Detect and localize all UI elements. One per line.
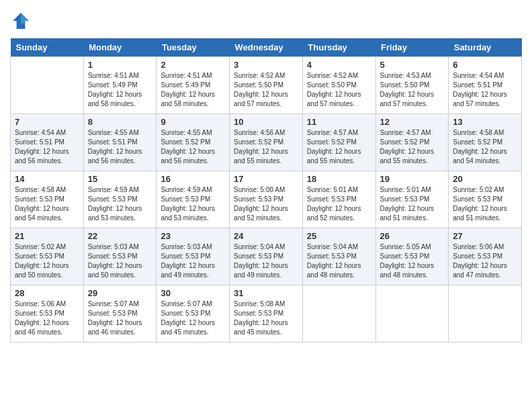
- day-number: 13: [453, 117, 517, 127]
- day-info: Sunrise: 5:00 AM Sunset: 5:53 PM Dayligh…: [234, 185, 298, 223]
- calendar-cell: 20Sunrise: 5:02 AM Sunset: 5:53 PM Dayli…: [449, 171, 522, 228]
- weekday-header: Thursday: [302, 38, 375, 57]
- day-number: 16: [161, 174, 225, 184]
- calendar-cell: 22Sunrise: 5:03 AM Sunset: 5:53 PM Dayli…: [83, 228, 157, 285]
- day-number: 27: [453, 231, 517, 241]
- day-info: Sunrise: 5:07 AM Sunset: 5:53 PM Dayligh…: [88, 300, 152, 337]
- day-info: Sunrise: 4:54 AM Sunset: 5:51 PM Dayligh…: [15, 128, 79, 166]
- day-info: Sunrise: 5:07 AM Sunset: 5:53 PM Dayligh…: [161, 300, 225, 337]
- weekday-header: Wednesday: [230, 38, 303, 57]
- calendar-cell: 28Sunrise: 5:06 AM Sunset: 5:53 PM Dayli…: [11, 285, 84, 342]
- day-info: Sunrise: 5:05 AM Sunset: 5:53 PM Dayligh…: [380, 242, 445, 280]
- day-info: Sunrise: 5:01 AM Sunset: 5:53 PM Dayligh…: [380, 185, 445, 223]
- day-info: Sunrise: 5:02 AM Sunset: 5:53 PM Dayligh…: [15, 242, 79, 280]
- day-number: 24: [234, 231, 298, 241]
- day-number: 22: [88, 231, 152, 241]
- calendar-cell: 13Sunrise: 4:58 AM Sunset: 5:52 PM Dayli…: [449, 114, 522, 171]
- calendar-cell: 24Sunrise: 5:04 AM Sunset: 5:53 PM Dayli…: [230, 228, 303, 285]
- page-header: [10, 10, 522, 32]
- calendar-cell: 29Sunrise: 5:07 AM Sunset: 5:53 PM Dayli…: [83, 285, 157, 342]
- day-number: 15: [88, 174, 152, 184]
- day-number: 11: [307, 117, 371, 127]
- day-info: Sunrise: 5:08 AM Sunset: 5:53 PM Dayligh…: [234, 300, 298, 337]
- calendar-cell: 30Sunrise: 5:07 AM Sunset: 5:53 PM Dayli…: [157, 285, 230, 342]
- calendar-week-row: 14Sunrise: 4:58 AM Sunset: 5:53 PM Dayli…: [11, 171, 522, 228]
- day-info: Sunrise: 5:06 AM Sunset: 5:53 PM Dayligh…: [15, 300, 79, 337]
- day-number: 19: [380, 174, 445, 184]
- day-info: Sunrise: 4:56 AM Sunset: 5:52 PM Dayligh…: [234, 128, 298, 166]
- logo-icon: [10, 10, 32, 32]
- calendar-week-row: 21Sunrise: 5:02 AM Sunset: 5:53 PM Dayli…: [11, 228, 522, 285]
- day-number: 10: [234, 117, 298, 127]
- calendar-cell: 11Sunrise: 4:57 AM Sunset: 5:52 PM Dayli…: [302, 114, 375, 171]
- day-info: Sunrise: 4:58 AM Sunset: 5:53 PM Dayligh…: [15, 185, 79, 223]
- calendar-cell: 21Sunrise: 5:02 AM Sunset: 5:53 PM Dayli…: [11, 228, 84, 285]
- day-info: Sunrise: 4:53 AM Sunset: 5:50 PM Dayligh…: [380, 71, 445, 109]
- day-number: 20: [453, 174, 517, 184]
- calendar-cell: 14Sunrise: 4:58 AM Sunset: 5:53 PM Dayli…: [11, 171, 84, 228]
- calendar-cell: 10Sunrise: 4:56 AM Sunset: 5:52 PM Dayli…: [230, 114, 303, 171]
- day-number: 30: [161, 288, 225, 298]
- day-number: 21: [15, 231, 79, 241]
- calendar-body: 1Sunrise: 4:51 AM Sunset: 5:49 PM Daylig…: [11, 57, 522, 342]
- day-number: 5: [380, 60, 445, 70]
- calendar-cell: [11, 57, 84, 114]
- calendar-week-row: 7Sunrise: 4:54 AM Sunset: 5:51 PM Daylig…: [11, 114, 522, 171]
- day-info: Sunrise: 4:57 AM Sunset: 5:52 PM Dayligh…: [307, 128, 371, 166]
- calendar-cell: 9Sunrise: 4:55 AM Sunset: 5:52 PM Daylig…: [157, 114, 230, 171]
- calendar-cell: 27Sunrise: 5:06 AM Sunset: 5:53 PM Dayli…: [449, 228, 522, 285]
- day-info: Sunrise: 4:51 AM Sunset: 5:49 PM Dayligh…: [161, 71, 225, 109]
- calendar-cell: 1Sunrise: 4:51 AM Sunset: 5:49 PM Daylig…: [83, 57, 157, 114]
- day-number: 12: [380, 117, 445, 127]
- calendar-cell: 17Sunrise: 5:00 AM Sunset: 5:53 PM Dayli…: [230, 171, 303, 228]
- calendar-cell: 23Sunrise: 5:03 AM Sunset: 5:53 PM Dayli…: [157, 228, 230, 285]
- day-number: 14: [15, 174, 79, 184]
- calendar-week-row: 28Sunrise: 5:06 AM Sunset: 5:53 PM Dayli…: [11, 285, 522, 342]
- calendar-table: SundayMondayTuesdayWednesdayThursdayFrid…: [10, 38, 522, 342]
- day-number: 7: [15, 117, 79, 127]
- day-number: 1: [88, 60, 152, 70]
- day-info: Sunrise: 4:59 AM Sunset: 5:53 PM Dayligh…: [161, 185, 225, 223]
- day-number: 8: [88, 117, 152, 127]
- calendar-cell: 4Sunrise: 4:52 AM Sunset: 5:50 PM Daylig…: [302, 57, 375, 114]
- calendar-cell: 6Sunrise: 4:54 AM Sunset: 5:51 PM Daylig…: [449, 57, 522, 114]
- day-info: Sunrise: 4:55 AM Sunset: 5:51 PM Dayligh…: [88, 128, 152, 166]
- calendar-cell: 2Sunrise: 4:51 AM Sunset: 5:49 PM Daylig…: [157, 57, 230, 114]
- day-number: 4: [307, 60, 371, 70]
- calendar-cell: 15Sunrise: 4:59 AM Sunset: 5:53 PM Dayli…: [83, 171, 157, 228]
- day-number: 29: [88, 288, 152, 298]
- calendar-week-row: 1Sunrise: 4:51 AM Sunset: 5:49 PM Daylig…: [11, 57, 522, 114]
- day-info: Sunrise: 5:04 AM Sunset: 5:53 PM Dayligh…: [234, 242, 298, 280]
- weekday-header: Saturday: [449, 38, 522, 57]
- calendar-header: SundayMondayTuesdayWednesdayThursdayFrid…: [11, 38, 522, 57]
- calendar-cell: 25Sunrise: 5:04 AM Sunset: 5:53 PM Dayli…: [302, 228, 375, 285]
- day-info: Sunrise: 5:02 AM Sunset: 5:53 PM Dayligh…: [453, 185, 517, 223]
- day-info: Sunrise: 4:58 AM Sunset: 5:52 PM Dayligh…: [453, 128, 517, 166]
- calendar-cell: 5Sunrise: 4:53 AM Sunset: 5:50 PM Daylig…: [375, 57, 449, 114]
- calendar-cell: 18Sunrise: 5:01 AM Sunset: 5:53 PM Dayli…: [302, 171, 375, 228]
- day-info: Sunrise: 5:03 AM Sunset: 5:53 PM Dayligh…: [88, 242, 152, 280]
- weekday-header: Monday: [83, 38, 157, 57]
- day-info: Sunrise: 5:06 AM Sunset: 5:53 PM Dayligh…: [453, 242, 517, 280]
- calendar-cell: 12Sunrise: 4:57 AM Sunset: 5:52 PM Dayli…: [375, 114, 449, 171]
- weekday-row: SundayMondayTuesdayWednesdayThursdayFrid…: [11, 38, 522, 57]
- day-number: 2: [161, 60, 225, 70]
- day-number: 18: [307, 174, 371, 184]
- weekday-header: Friday: [375, 38, 449, 57]
- day-info: Sunrise: 4:55 AM Sunset: 5:52 PM Dayligh…: [161, 128, 225, 166]
- calendar-cell: [375, 285, 449, 342]
- calendar-cell: 16Sunrise: 4:59 AM Sunset: 5:53 PM Dayli…: [157, 171, 230, 228]
- calendar-cell: [449, 285, 522, 342]
- day-info: Sunrise: 5:03 AM Sunset: 5:53 PM Dayligh…: [161, 242, 225, 280]
- weekday-header: Tuesday: [157, 38, 230, 57]
- calendar-cell: 7Sunrise: 4:54 AM Sunset: 5:51 PM Daylig…: [11, 114, 84, 171]
- day-number: 26: [380, 231, 445, 241]
- calendar-cell: 31Sunrise: 5:08 AM Sunset: 5:53 PM Dayli…: [230, 285, 303, 342]
- day-info: Sunrise: 4:57 AM Sunset: 5:52 PM Dayligh…: [380, 128, 445, 166]
- day-number: 3: [234, 60, 298, 70]
- weekday-header: Sunday: [11, 38, 84, 57]
- day-info: Sunrise: 4:52 AM Sunset: 5:50 PM Dayligh…: [234, 71, 298, 109]
- day-number: 31: [234, 288, 298, 298]
- calendar-cell: 19Sunrise: 5:01 AM Sunset: 5:53 PM Dayli…: [375, 171, 449, 228]
- day-info: Sunrise: 4:59 AM Sunset: 5:53 PM Dayligh…: [88, 185, 152, 223]
